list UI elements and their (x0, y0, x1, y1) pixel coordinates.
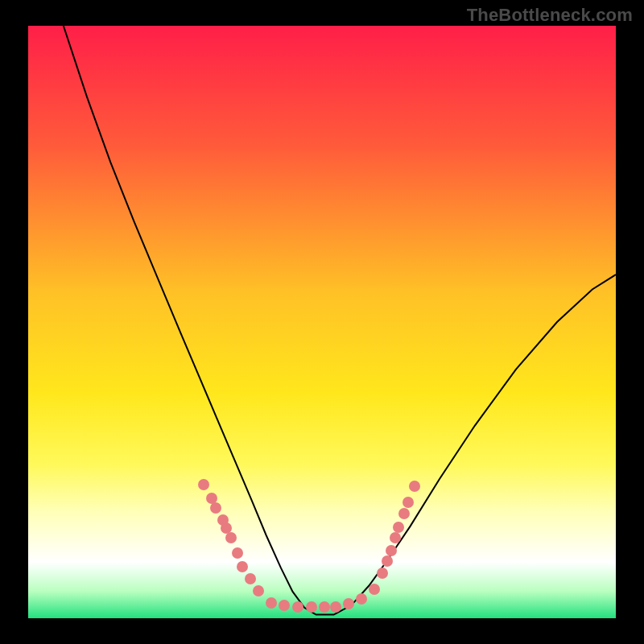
data-point (232, 547, 243, 559)
data-point (237, 561, 248, 572)
data-point (369, 584, 380, 595)
data-point (409, 481, 420, 492)
data-point (330, 601, 341, 613)
data-point (386, 545, 397, 556)
data-point (279, 600, 290, 611)
data-point (393, 522, 404, 533)
data-point (225, 532, 237, 543)
data-point (382, 555, 393, 567)
data-point (245, 573, 256, 584)
data-point (319, 601, 330, 613)
plot-background (28, 26, 616, 618)
data-point (398, 508, 410, 519)
data-point (402, 497, 414, 508)
data-point (198, 479, 209, 490)
data-point (266, 597, 277, 609)
data-point (210, 502, 221, 514)
data-point (377, 568, 388, 579)
data-point (390, 532, 401, 543)
data-point (206, 493, 217, 504)
data-point (292, 601, 303, 613)
data-point (221, 522, 232, 534)
watermark-text: TheBottleneck.com (467, 5, 633, 26)
data-point (343, 598, 354, 609)
bottleneck-chart (0, 0, 644, 644)
data-point (306, 601, 317, 613)
data-point (356, 593, 367, 605)
data-point (253, 585, 264, 597)
